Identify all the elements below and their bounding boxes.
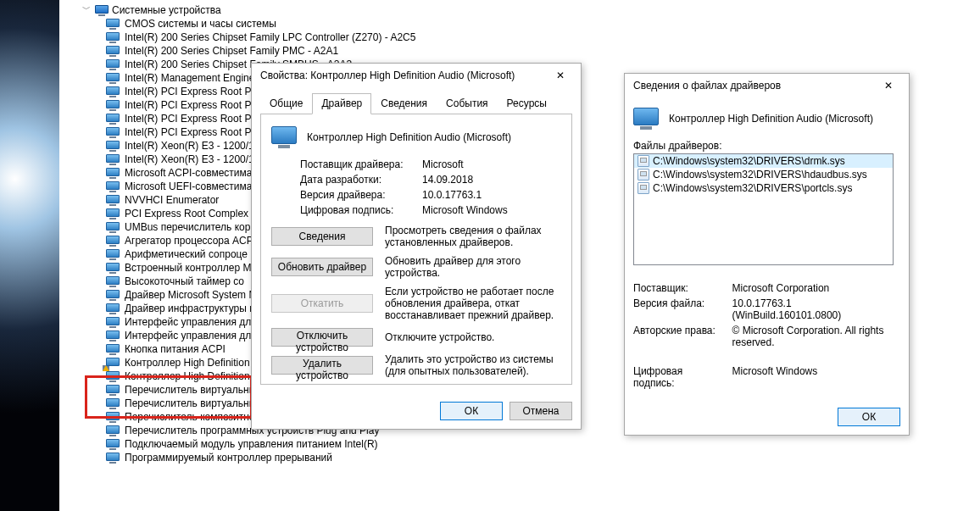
tree-item-label: Intel(R) Management Engine: [125, 71, 254, 85]
desktop-wallpaper: [0, 0, 59, 511]
driver-action-desc: Обновить драйвер для этого устройства.: [385, 255, 566, 279]
tree-item[interactable]: Подключаемый модуль управления питанием …: [106, 437, 980, 451]
driver-action-desc: Отключите устройство.: [385, 331, 566, 343]
tree-item-label: Intel(R) PCI Express Root Por: [125, 98, 260, 112]
device-icon: [106, 398, 120, 409]
device-icon: [106, 276, 120, 287]
driver-action-button: Откатить: [271, 294, 373, 313]
prop-value: 10.0.17763.1 (WinBuild.160101.0800): [732, 296, 900, 323]
driver-action-button[interactable]: Удалить устройство: [271, 356, 373, 375]
file-icon: [638, 155, 649, 167]
device-icon: [106, 330, 120, 342]
device-icon: [106, 154, 120, 165]
device-icon: [106, 59, 120, 70]
driver-action-button[interactable]: Сведения: [271, 227, 373, 246]
device-name: Контроллер High Definition Audio (Micros…: [307, 131, 511, 143]
device-icon: [106, 412, 120, 423]
device-icon: [106, 46, 120, 57]
tab-События[interactable]: События: [437, 93, 498, 114]
tree-item-label: PCI Express Root Complex: [125, 207, 248, 220]
tree-item-label: Intel(R) Xeon(R) E3 - 1200/15: [125, 153, 259, 166]
ok-button[interactable]: ОК: [838, 408, 900, 426]
device-icon: [106, 19, 120, 30]
tree-item-label: Intel(R) 200 Series Chipset Family LPC C…: [125, 31, 415, 44]
driver-file-path: C:\Windows\system32\DRIVERS\drmk.sys: [653, 155, 845, 167]
tree-item-label: UMBus перечислитель кор: [125, 220, 250, 234]
tree-item-label: Драйвер Microsoft System M: [125, 288, 257, 302]
prop-label: Версия драйвера:: [300, 187, 422, 203]
driver-files-dialog: Сведения о файлах драйверов ✕ Контроллер…: [624, 73, 910, 436]
device-icon: [633, 108, 659, 130]
dialog-title: Сведения о файлах драйверов: [633, 80, 781, 92]
driver-file-item[interactable]: C:\Windows\system32\DRIVERS\portcls.sys: [634, 181, 893, 195]
driver-action-button[interactable]: Отключить устройство: [271, 328, 373, 347]
device-name: Контроллер High Definition Audio (Micros…: [669, 113, 873, 125]
file-icon: [638, 182, 649, 194]
tree-item-label: Интерфейс управления для: [125, 329, 257, 342]
collapse-icon[interactable]: ﹀: [81, 3, 92, 16]
tree-item-label: Программируемый контроллер прерываний: [125, 451, 332, 464]
tab-Драйвер[interactable]: Драйвер: [312, 93, 371, 114]
tree-item-label: NVVHCI Enumerator: [125, 193, 219, 207]
prop-value: 10.0.17763.1: [422, 187, 515, 203]
device-icon: [106, 453, 120, 464]
tree-item-label: Кнопка питания ACPI: [125, 342, 226, 356]
device-icon: [106, 425, 120, 436]
tree-item-label: Перечислитель виртуальны: [125, 397, 256, 410]
tree-item[interactable]: Программируемый контроллер прерываний: [106, 451, 980, 464]
driver-file-path: C:\Windows\system32\DRIVERS\portcls.sys: [653, 182, 852, 194]
device-icon: [106, 439, 120, 450]
device-icon: [106, 249, 120, 260]
driver-properties-dialog: Свойства: Контроллер High Definition Aud…: [251, 63, 582, 430]
tree-item-label: Intel(R) Xeon(R) E3 - 1200/15: [125, 139, 259, 153]
device-icon: [271, 126, 297, 148]
device-icon: [106, 222, 120, 233]
close-button[interactable]: ✕: [547, 67, 574, 84]
driver-action-desc: Просмотреть сведения о файлах установлен…: [385, 225, 566, 248]
ok-button[interactable]: ОК: [440, 402, 503, 420]
prop-label: Поставщик драйвера:: [300, 157, 422, 172]
tree-item-label: CMOS системы и часы системы: [125, 17, 276, 31]
tree-item-label: Intel(R) PCI Express Root Por: [125, 112, 260, 125]
device-icon: [106, 236, 120, 247]
device-icon: [106, 303, 120, 314]
tree-root[interactable]: ﹀ Системные устройства: [81, 3, 980, 17]
driver-file-item[interactable]: C:\Windows\system32\DRIVERS\hdaudbus.sys: [634, 168, 893, 181]
device-icon: [106, 86, 120, 97]
driver-action-button[interactable]: Обновить драйвер: [271, 258, 373, 276]
tab-Сведения[interactable]: Сведения: [371, 93, 437, 114]
tree-item[interactable]: Intel(R) 200 Series Chipset Family PMC -…: [106, 44, 980, 58]
device-icon: [106, 114, 120, 125]
cancel-button[interactable]: Отмена: [509, 402, 572, 420]
tree-item-label: Контроллер High Definition: [125, 356, 250, 369]
tree-item-label: Intel(R) PCI Express Root Por: [125, 85, 260, 98]
driver-files-listbox[interactable]: C:\Windows\system32\DRIVERS\drmk.sysC:\W…: [633, 153, 894, 265]
device-icon: [106, 127, 120, 138]
tree-item-label: Microsoft ACPI-совместима: [125, 166, 252, 180]
prop-value: Microsoft Windows: [732, 364, 900, 391]
device-icon: [106, 290, 120, 301]
tree-root-label: Системные устройства: [112, 3, 221, 17]
driver-action-desc: Если устройство не работает после обновл…: [385, 286, 566, 321]
device-icon: [106, 371, 120, 382]
prop-value: Microsoft: [422, 157, 515, 172]
tab-Ресурсы[interactable]: Ресурсы: [498, 93, 556, 114]
driver-action-desc: Удалить это устройство из системы (для о…: [385, 353, 566, 377]
device-icon: [106, 195, 120, 206]
close-button[interactable]: ✕: [875, 77, 902, 94]
tree-item-label: Высокоточный таймер со: [125, 275, 244, 288]
computer-icon: [95, 5, 109, 16]
device-icon: [106, 100, 120, 111]
prop-label: Авторские права:: [633, 323, 732, 350]
prop-label: Цифровая подпись:: [300, 203, 422, 218]
tree-item[interactable]: CMOS системы и часы системы: [106, 17, 980, 31]
driver-file-path: C:\Windows\system32\DRIVERS\hdaudbus.sys: [653, 169, 867, 181]
tree-item-label: Встроенный контроллер M: [125, 261, 251, 275]
device-icon: [106, 208, 120, 219]
tab-Общие[interactable]: Общие: [260, 93, 312, 114]
device-icon: [106, 317, 120, 328]
tree-item[interactable]: Intel(R) 200 Series Chipset Family LPC C…: [106, 31, 980, 44]
tab-strip: ОбщиеДрайверСведенияСобытияРесурсы: [260, 92, 572, 114]
tree-item-label: Microsoft UEFI-совместима: [125, 180, 252, 193]
driver-file-item[interactable]: C:\Windows\system32\DRIVERS\drmk.sys: [634, 154, 893, 168]
